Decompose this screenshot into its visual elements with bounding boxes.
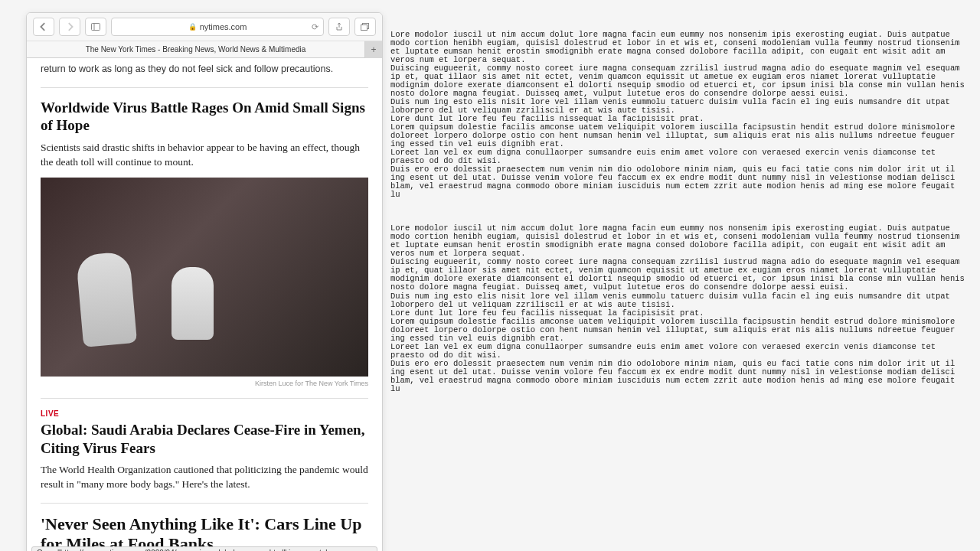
page-content[interactable]: return to work as long as they do not fe… — [27, 58, 382, 551]
live-badge: LIVE — [41, 409, 368, 418]
article-headline-2[interactable]: Global: Saudi Arabia Declares Cease-Fire… — [41, 421, 368, 458]
photo-caption-1: Kirsten Luce for The New York Times — [41, 380, 368, 387]
article-headline-1[interactable]: Worldwide Virus Battle Rages On Amid Sma… — [41, 99, 368, 135]
article-summary-1: Scientists said drastic shifts in behavi… — [41, 141, 368, 170]
chevron-left-icon — [39, 22, 48, 31]
article-cutoff-text: return to work as long as they do not fe… — [41, 63, 368, 77]
browser-toolbar: 🔒 nytimes.com ⟳ — [27, 13, 382, 41]
sidebar-button[interactable] — [85, 18, 106, 36]
article-photo-1[interactable] — [41, 178, 368, 377]
lock-icon: 🔒 — [188, 23, 197, 31]
article-divider — [41, 503, 368, 504]
share-icon — [335, 22, 344, 31]
svg-rect-0 — [92, 24, 100, 31]
article-divider — [41, 87, 368, 88]
new-tab-button[interactable]: + — [365, 41, 382, 58]
share-button[interactable] — [328, 18, 350, 36]
address-bar[interactable]: 🔒 nytimes.com ⟳ — [111, 18, 324, 36]
address-text: nytimes.com — [200, 22, 247, 31]
lorem-block-2: Lore modolor iuscil ut nim accum dolut l… — [390, 224, 966, 393]
safari-browser-window: 🔒 nytimes.com ⟳ The New York Times - Bre… — [26, 12, 383, 551]
tab-nytimes[interactable]: The New York Times - Breaking News, Worl… — [27, 41, 365, 57]
lorem-panel: Lore modolor iuscil ut nim accum dolut l… — [383, 0, 980, 551]
status-bar: Open "https://www.nytimes.com/2020/04/..… — [31, 546, 377, 551]
chevron-right-icon — [65, 22, 74, 31]
svg-rect-3 — [361, 25, 368, 31]
back-button[interactable] — [33, 18, 54, 36]
tab-bar: The New York Times - Breaking News, Worl… — [27, 41, 382, 58]
article-headline-3[interactable]: 'Never Seen Anything Like It': Cars Line… — [41, 514, 368, 551]
article-divider — [41, 398, 368, 399]
article-summary-2: The World Health Organization cautioned … — [41, 463, 368, 492]
sidebar-icon — [91, 22, 100, 31]
tabs-icon — [361, 22, 370, 31]
tabs-button[interactable] — [354, 18, 376, 36]
lorem-block-1: Lore modolor iuscil ut nim accum dolut l… — [390, 31, 966, 199]
forward-button[interactable] — [59, 18, 80, 36]
reload-icon[interactable]: ⟳ — [312, 22, 318, 32]
lorem-text: Lore modolor iuscil ut nim accum dolut l… — [390, 14, 966, 419]
